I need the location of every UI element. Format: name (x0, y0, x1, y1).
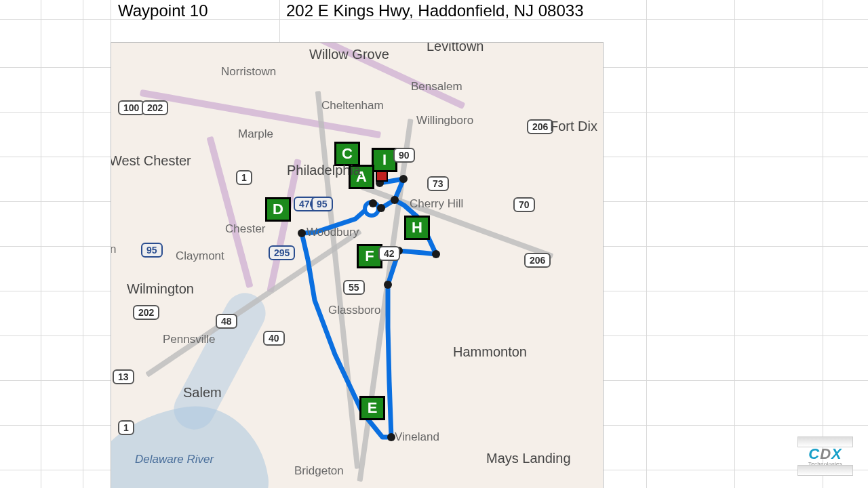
label-fragment-n: n (111, 243, 116, 256)
waypoint-marker-h[interactable]: H (404, 216, 430, 240)
shield-i95b: 95 (141, 243, 163, 258)
grid-col (41, 0, 41, 488)
label-cheltenham: Cheltenham (321, 99, 384, 113)
shield-100: 100 (118, 100, 144, 115)
shield-42: 42 (378, 246, 400, 261)
logo-d: D (820, 445, 831, 462)
logo-c: C (808, 445, 820, 462)
label-marple: Marple (238, 127, 273, 141)
label-chester: Chester (225, 222, 266, 236)
label-claymont: Claymont (176, 249, 224, 263)
label-hammonton: Hammonton (453, 344, 527, 360)
shield-206b: 206 (524, 253, 551, 268)
logo-bar (797, 436, 853, 447)
waypoint-marker-e[interactable]: E (359, 396, 385, 420)
grid-col (646, 0, 647, 488)
label-salem: Salem (183, 385, 222, 401)
label-bridgeton: Bridgeton (294, 464, 344, 478)
svg-point-3 (377, 204, 385, 212)
shield-i295: 295 (269, 245, 295, 260)
shield-i95: 95 (311, 197, 333, 211)
label-pennsville: Pennsville (163, 333, 216, 346)
shield-202: 202 (142, 100, 168, 115)
shield-1b: 1 (118, 420, 134, 435)
waypoint-address[interactable]: 202 E Kings Hwy, Haddonfield, NJ 08033 (282, 0, 587, 22)
grid-col (823, 0, 823, 488)
shield-70: 70 (513, 197, 535, 212)
shield-48: 48 (216, 314, 237, 329)
waypoint-label[interactable]: Waypoint 10 (114, 0, 212, 22)
label-levittown: Levittown (427, 42, 484, 54)
shield-202b: 202 (133, 305, 159, 320)
label-woodbury: Woodbury (307, 226, 359, 239)
logo-bar (797, 465, 853, 476)
spreadsheet-sheet: Waypoint 10 202 E Kings Hwy, Haddonfield… (0, 0, 868, 488)
svg-point-8 (384, 281, 392, 289)
label-willowgrove: Willow Grove (309, 47, 389, 62)
svg-point-5 (399, 175, 408, 183)
label-bensalem: Bensalem (411, 80, 462, 94)
shield-13: 13 (113, 369, 134, 384)
label-wilmington: Wilmington (127, 281, 194, 297)
shield-73: 73 (427, 176, 449, 191)
shield-90: 90 (393, 148, 415, 163)
cdx-logo: CDX Technologies (797, 436, 853, 476)
label-vineland: Vineland (395, 430, 439, 444)
svg-point-4 (391, 196, 399, 204)
logo-x: X (831, 445, 842, 462)
grid-col (83, 0, 83, 488)
shield-55: 55 (343, 280, 365, 295)
label-delawareriver: Delaware River (135, 453, 214, 466)
label-glassboro: Glassboro (328, 304, 380, 317)
label-norristown: Norristown (221, 65, 276, 79)
svg-point-2 (369, 199, 377, 207)
label-westchester: West Chester (111, 153, 191, 169)
shield-1: 1 (236, 170, 252, 185)
svg-point-1 (298, 229, 306, 237)
waypoint-marker-d[interactable]: D (265, 197, 291, 222)
shield-40: 40 (263, 331, 285, 346)
label-philadelphia: Philadelphia (287, 163, 361, 178)
grid-col (734, 0, 735, 488)
label-willingboro: Willingboro (416, 114, 473, 127)
label-mayslanding: Mays Landing (486, 451, 571, 466)
svg-point-7 (432, 250, 440, 258)
label-fortdix: Fort Dix (550, 119, 597, 134)
label-cherryhill: Cherry Hill (410, 197, 463, 211)
route-map[interactable]: C I A D H F E 100 202 206 1 476 95 90 73… (111, 42, 604, 488)
